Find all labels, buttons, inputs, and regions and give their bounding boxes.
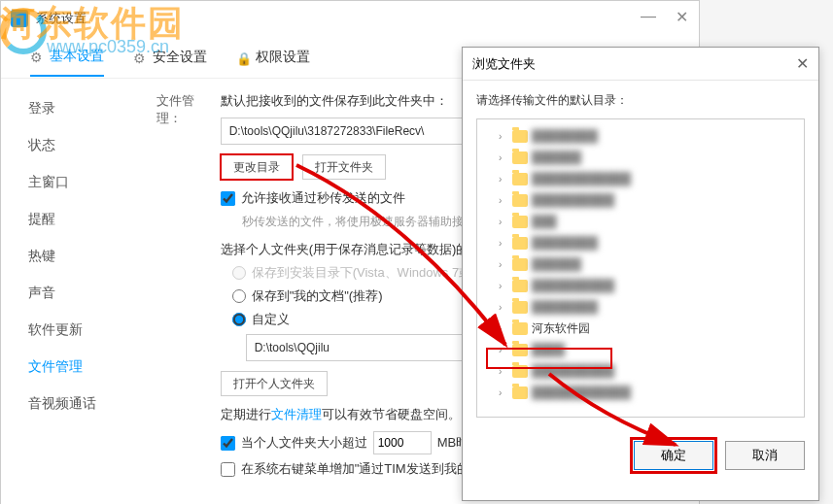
sidebar-item-status[interactable]: 状态 xyxy=(1,127,137,164)
dialog-title: 浏览文件夹 xyxy=(472,55,536,73)
tree-item[interactable]: ›████████ xyxy=(481,125,800,147)
sidebar-item-file-management[interactable]: 文件管理 xyxy=(1,349,137,386)
sidebar-item-av-call[interactable]: 音视频通话 xyxy=(1,386,137,422)
lock-icon xyxy=(236,50,250,64)
sidebar-item-notifications[interactable]: 提醒 xyxy=(1,201,137,238)
sidebar: 登录 状态 主窗口 提醒 热键 声音 软件更新 文件管理 音视频通话 xyxy=(1,79,137,504)
change-directory-button[interactable]: 更改目录 xyxy=(221,154,293,180)
cleanup-suffix: 可以有效节省硬盘空间。 xyxy=(322,407,461,421)
section-label: 文件管理： xyxy=(156,92,217,127)
dialog-label: 请选择传输文件的默认目录： xyxy=(476,92,805,109)
cleanup-prefix: 定期进行 xyxy=(221,407,271,421)
allow-fast-checkbox[interactable] xyxy=(221,191,235,206)
size-limit-checkbox[interactable] xyxy=(221,436,235,451)
dialog-title-bar: 浏览文件夹 ✕ xyxy=(463,48,818,81)
default-path-input[interactable] xyxy=(221,118,493,145)
tab-permission[interactable]: 权限设置 xyxy=(236,39,310,76)
open-personal-folder-button[interactable]: 打开个人文件夹 xyxy=(221,371,328,396)
sidebar-item-update[interactable]: 软件更新 xyxy=(1,312,137,349)
folder-icon xyxy=(512,130,528,143)
cancel-button[interactable]: 取消 xyxy=(725,441,805,470)
size-check-label: 当个人文件夹大小超过 xyxy=(241,434,367,452)
watermark-url: www.pc0359.cn xyxy=(47,37,169,57)
sidebar-item-sound[interactable]: 声音 xyxy=(1,275,137,312)
folder-icon xyxy=(512,386,528,399)
sidebar-item-main-window[interactable]: 主窗口 xyxy=(1,164,137,201)
size-limit-input[interactable] xyxy=(373,431,432,454)
radio-custom-label: 自定义 xyxy=(252,311,290,328)
file-cleanup-link[interactable]: 文件清理 xyxy=(271,407,322,421)
radio-install-dir xyxy=(232,266,246,280)
annotation-arrow-1 xyxy=(292,160,564,358)
sidebar-item-login[interactable]: 登录 xyxy=(1,90,137,127)
minimize-button[interactable]: — xyxy=(639,7,658,26)
annotation-arrow-2 xyxy=(544,369,700,470)
radio-custom[interactable] xyxy=(232,313,246,326)
dialog-close-button[interactable]: ✕ xyxy=(796,54,809,73)
tab-permission-label: 权限设置 xyxy=(256,49,310,66)
radio-documents[interactable] xyxy=(232,289,246,303)
chevron-right-icon: › xyxy=(499,131,508,142)
context-menu-checkbox[interactable] xyxy=(221,462,235,477)
chevron-right-icon: › xyxy=(499,387,508,398)
sidebar-item-hotkeys[interactable]: 热键 xyxy=(1,238,137,275)
tree-item-label: ████████ xyxy=(532,129,598,143)
close-button[interactable]: ✕ xyxy=(672,7,691,26)
